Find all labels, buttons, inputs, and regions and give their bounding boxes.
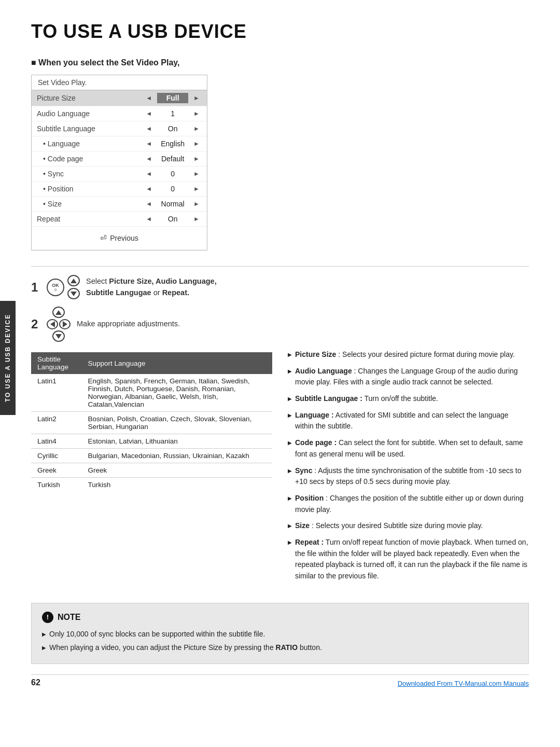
arrow-right-code-page[interactable]: ► — [191, 154, 202, 163]
table-cell-lang: Cyrillic — [31, 449, 81, 463]
arrow-right-repeat[interactable]: ► — [191, 214, 202, 224]
list-item: Audio Language : Changes the Language Gr… — [288, 366, 529, 388]
panel-row-repeat: Repeat ◄ On ► — [32, 212, 207, 227]
step2-arrow-left-icon — [50, 321, 55, 327]
arrow-left-repeat[interactable]: ◄ — [144, 214, 154, 224]
arrow-right-subtitle-language[interactable]: ► — [191, 124, 202, 133]
arrow-right-audio-language[interactable]: ► — [191, 109, 202, 118]
side-label: TO USE A USB DEVICE — [0, 301, 16, 415]
list-item: Position : Changes the position of the s… — [288, 493, 529, 515]
list-item: Code page : Can select the font for subt… — [288, 437, 529, 460]
table-cell-lang: Greek — [31, 463, 81, 478]
table-cell-lang: Latin1 — [31, 374, 81, 412]
step-2-text: Make appropriate adjustments. — [77, 319, 180, 330]
row-label-code-page: Code page — [37, 155, 144, 163]
table-cell-support: Greek — [81, 463, 272, 478]
subtitle-table-container: Subtitle Language Support Language Latin… — [31, 349, 272, 587]
step2-arrow-up-icon — [55, 310, 62, 315]
row-controls-picture-size: ◄ Full ► — [144, 93, 202, 103]
row-controls-subtitle-language: ◄ On ► — [144, 124, 202, 133]
arrow-left-audio-language[interactable]: ◄ — [144, 109, 154, 118]
panel-row-audio-language: Audio Language ◄ 1 ► — [32, 106, 207, 121]
arrow-up-icon — [71, 279, 77, 283]
table-row: CyrillicBulgarian, Macedonian, Russian, … — [31, 449, 272, 463]
row-controls-size: ◄ Normal ► — [144, 199, 202, 209]
table-row: Latin2Bosnian, Polish, Croatian, Czech, … — [31, 412, 272, 434]
divider — [31, 266, 529, 267]
arrow-right-picture-size[interactable]: ► — [191, 93, 202, 103]
step-2-number: 2 — [31, 317, 40, 331]
arrow-left-size[interactable]: ◄ — [144, 199, 154, 209]
arrow-right-position[interactable]: ► — [191, 184, 202, 193]
row-value-sync: 0 — [157, 170, 188, 178]
panel-row-language: Language ◄ English ► — [32, 136, 207, 151]
panel-row-code-page: Code page ◄ Default ► — [32, 151, 207, 167]
ok-button-icon: OK ⊙ — [47, 279, 64, 296]
table-cell-lang: Latin4 — [31, 434, 81, 449]
row-value-position: 0 — [157, 185, 188, 193]
previous-icon: ⏎ — [100, 233, 107, 243]
row-label-repeat: Repeat — [37, 215, 144, 223]
step2-arrow-right-icon — [63, 321, 67, 327]
arrow-right-sync[interactable]: ► — [191, 169, 202, 178]
footer-link[interactable]: Downloaded From TV-Manual.com Manuals — [398, 680, 529, 687]
step2-arrow-down-icon — [55, 334, 62, 339]
table-cell-lang: Latin2 — [31, 412, 81, 434]
subtitle-table: Subtitle Language Support Language Latin… — [31, 352, 272, 492]
row-controls-repeat: ◄ On ► — [144, 214, 202, 224]
set-video-panel: Set Video Play. Picture Size ◄ Full ► Au… — [31, 75, 207, 251]
arrow-left-code-page[interactable]: ◄ — [144, 154, 154, 163]
arrow-left-sync[interactable]: ◄ — [144, 169, 154, 178]
row-value-picture-size: Full — [157, 93, 188, 103]
row-label-language: Language — [37, 140, 144, 148]
page-title: TO USE A USB DEVICE — [31, 21, 529, 43]
row-label-picture-size: Picture Size — [37, 94, 144, 102]
arrow-left-position[interactable]: ◄ — [144, 184, 154, 193]
note-icon: ! — [42, 612, 53, 623]
row-value-size: Normal — [157, 200, 188, 208]
arrow-left-picture-size[interactable]: ◄ — [144, 93, 154, 103]
panel-row-previous[interactable]: ⏎ Previous — [32, 227, 207, 250]
table-cell-support: Turkish — [81, 478, 272, 492]
bullet-list: Picture Size : Selects your desired pict… — [288, 349, 529, 582]
table-row: Latin4Estonian, Latvian, Lithuanian — [31, 434, 272, 449]
row-label-sync: Sync — [37, 170, 144, 178]
step-1: 1 OK ⊙ Select Picture Size, Audio Langua… — [31, 275, 529, 299]
row-controls-language: ◄ English ► — [144, 139, 202, 148]
page-number: 62 — [31, 678, 40, 687]
table-cell-support: Bulgarian, Macedonian, Russian, Ukrainia… — [81, 449, 272, 463]
bullet-points-container: Picture Size : Selects your desired pict… — [288, 349, 529, 587]
note-section: ! NOTE Only 10,000 of sync blocks can be… — [31, 603, 529, 665]
table-row: GreekGreek — [31, 463, 272, 478]
table-row: TurkishTurkish — [31, 478, 272, 492]
row-label-audio-language: Audio Language — [37, 109, 144, 118]
note-list: Only 10,000 of sync blocks can be suppor… — [42, 628, 518, 654]
arrow-right-language[interactable]: ► — [191, 139, 202, 148]
arrow-left-subtitle-language[interactable]: ◄ — [144, 124, 154, 133]
list-item: When playing a video, you can adjust the… — [42, 642, 518, 653]
list-item: Only 10,000 of sync blocks can be suppor… — [42, 628, 518, 640]
step-1-number: 1 — [31, 280, 40, 295]
row-label-position: Position — [37, 185, 144, 193]
panel-row-size: Size ◄ Normal ► — [32, 197, 207, 212]
previous-button[interactable]: ⏎ Previous — [37, 229, 202, 247]
list-item: Size : Selects your desired Subtitle siz… — [288, 520, 529, 532]
row-value-audio-language: 1 — [157, 109, 188, 118]
arrow-right-size[interactable]: ► — [191, 199, 202, 209]
row-value-repeat: On — [157, 215, 188, 223]
row-label-size: Size — [37, 200, 144, 208]
panel-row-picture-size: Picture Size ◄ Full ► — [32, 90, 207, 106]
previous-label: Previous — [110, 234, 138, 242]
note-title: NOTE — [58, 613, 80, 622]
step-2: 2 — [31, 307, 529, 342]
subtitle-table-header-lang: Subtitle Language — [31, 352, 81, 374]
arrow-left-language[interactable]: ◄ — [144, 139, 154, 148]
table-cell-support: Bosnian, Polish, Croatian, Czech, Slovak… — [81, 412, 272, 434]
list-item: Sync : Adjusts the time synchronisation … — [288, 465, 529, 488]
row-value-subtitle-language: On — [157, 125, 188, 133]
panel-row-subtitle-language: Subtitle Language ◄ On ► — [32, 121, 207, 136]
table-row: Latin1English, Spanish, French, German, … — [31, 374, 272, 412]
row-value-code-page: Default — [157, 155, 188, 163]
list-item: Repeat : Turn on/off repeat function of … — [288, 537, 529, 582]
row-controls-position: ◄ 0 ► — [144, 184, 202, 193]
